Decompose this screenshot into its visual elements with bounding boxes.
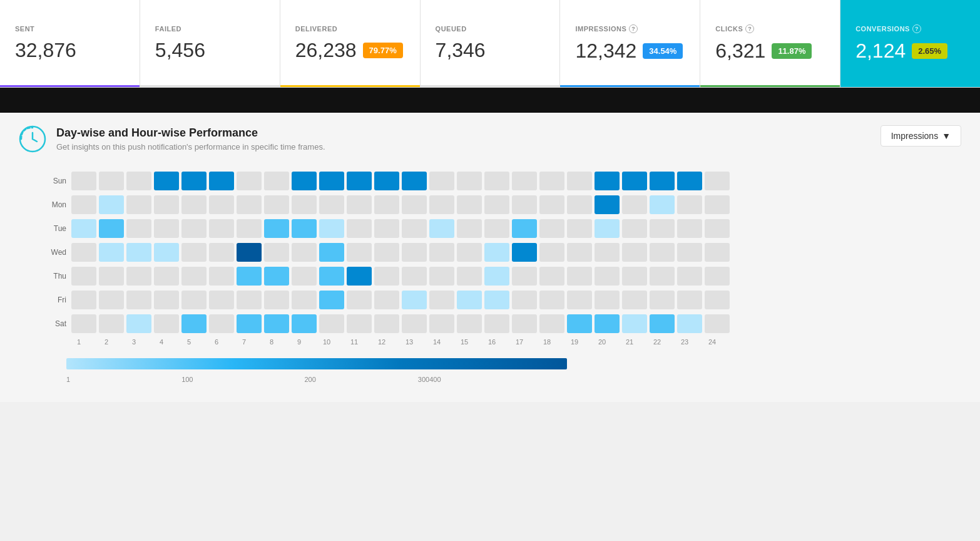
heatmap-cell[interactable]: [209, 195, 234, 214]
heatmap-cell[interactable]: [457, 195, 482, 214]
heatmap-cell[interactable]: [567, 243, 592, 262]
heatmap-cell[interactable]: [126, 219, 151, 238]
heatmap-cell[interactable]: [292, 172, 317, 190]
heatmap-cell[interactable]: [347, 291, 372, 309]
heatmap-cell[interactable]: [677, 314, 702, 333]
heatmap-cell[interactable]: [71, 314, 96, 333]
impressions-help-icon[interactable]: ?: [629, 24, 638, 33]
heatmap-cell[interactable]: [264, 219, 289, 238]
heatmap-cell[interactable]: [237, 243, 262, 262]
heatmap-cell[interactable]: [237, 267, 262, 286]
heatmap-cell[interactable]: [705, 219, 730, 238]
heatmap-cell[interactable]: [622, 314, 647, 333]
heatmap-cell[interactable]: [181, 267, 207, 286]
heatmap-cell[interactable]: [484, 195, 509, 214]
heatmap-cell[interactable]: [650, 195, 675, 214]
heatmap-cell[interactable]: [705, 291, 730, 309]
heatmap-cell[interactable]: [126, 291, 151, 309]
heatmap-cell[interactable]: [99, 267, 124, 286]
heatmap-cell[interactable]: [292, 195, 317, 214]
heatmap-cell[interactable]: [429, 195, 454, 214]
heatmap-cell[interactable]: [347, 243, 372, 262]
heatmap-cell[interactable]: [154, 314, 179, 333]
heatmap-cell[interactable]: [181, 291, 207, 309]
heatmap-cell[interactable]: [677, 243, 702, 262]
heatmap-cell[interactable]: [402, 291, 427, 309]
heatmap-cell[interactable]: [374, 219, 399, 238]
heatmap-cell[interactable]: [319, 267, 344, 286]
heatmap-cell[interactable]: [99, 243, 124, 262]
heatmap-cell[interactable]: [595, 195, 620, 214]
heatmap-cell[interactable]: [539, 219, 564, 238]
conversions-help-icon[interactable]: ?: [912, 24, 921, 33]
clicks-help-icon[interactable]: ?: [745, 24, 754, 33]
heatmap-cell[interactable]: [429, 219, 454, 238]
heatmap-cell[interactable]: [126, 243, 151, 262]
heatmap-cell[interactable]: [484, 243, 509, 262]
heatmap-cell[interactable]: [71, 172, 96, 190]
heatmap-cell[interactable]: [567, 267, 592, 286]
heatmap-cell[interactable]: [429, 291, 454, 309]
heatmap-cell[interactable]: [484, 172, 509, 190]
heatmap-cell[interactable]: [402, 267, 427, 286]
heatmap-cell[interactable]: [154, 291, 179, 309]
heatmap-cell[interactable]: [512, 291, 537, 309]
heatmap-cell[interactable]: [677, 219, 702, 238]
heatmap-cell[interactable]: [567, 219, 592, 238]
heatmap-cell[interactable]: [705, 314, 730, 333]
heatmap-cell[interactable]: [595, 314, 620, 333]
heatmap-cell[interactable]: [154, 267, 179, 286]
heatmap-cell[interactable]: [539, 267, 564, 286]
heatmap-cell[interactable]: [292, 291, 317, 309]
heatmap-cell[interactable]: [71, 219, 96, 238]
heatmap-cell[interactable]: [622, 243, 647, 262]
heatmap-cell[interactable]: [154, 172, 179, 190]
heatmap-cell[interactable]: [71, 195, 96, 214]
heatmap-cell[interactable]: [650, 219, 675, 238]
heatmap-cell[interactable]: [374, 267, 399, 286]
heatmap-cell[interactable]: [347, 172, 372, 190]
heatmap-cell[interactable]: [374, 314, 399, 333]
heatmap-cell[interactable]: [347, 219, 372, 238]
heatmap-cell[interactable]: [71, 243, 96, 262]
heatmap-cell[interactable]: [292, 243, 317, 262]
heatmap-cell[interactable]: [209, 314, 234, 333]
heatmap-cell[interactable]: [264, 195, 289, 214]
heatmap-cell[interactable]: [539, 314, 564, 333]
heatmap-cell[interactable]: [319, 291, 344, 309]
heatmap-cell[interactable]: [402, 172, 427, 190]
heatmap-cell[interactable]: [595, 219, 620, 238]
heatmap-cell[interactable]: [402, 314, 427, 333]
heatmap-cell[interactable]: [264, 291, 289, 309]
heatmap-cell[interactable]: [402, 243, 427, 262]
heatmap-cell[interactable]: [402, 219, 427, 238]
heatmap-cell[interactable]: [181, 172, 207, 190]
heatmap-cell[interactable]: [181, 243, 207, 262]
heatmap-cell[interactable]: [539, 172, 564, 190]
heatmap-cell[interactable]: [402, 195, 427, 214]
heatmap-cell[interactable]: [567, 195, 592, 214]
heatmap-cell[interactable]: [650, 172, 675, 190]
heatmap-cell[interactable]: [374, 195, 399, 214]
heatmap-cell[interactable]: [319, 314, 344, 333]
heatmap-cell[interactable]: [650, 314, 675, 333]
heatmap-cell[interactable]: [595, 243, 620, 262]
heatmap-cell[interactable]: [650, 267, 675, 286]
heatmap-cell[interactable]: [677, 291, 702, 309]
heatmap-cell[interactable]: [567, 314, 592, 333]
heatmap-cell[interactable]: [484, 314, 509, 333]
heatmap-cell[interactable]: [567, 291, 592, 309]
heatmap-cell[interactable]: [99, 195, 124, 214]
heatmap-cell[interactable]: [705, 243, 730, 262]
heatmap-cell[interactable]: [292, 267, 317, 286]
heatmap-cell[interactable]: [126, 314, 151, 333]
heatmap-cell[interactable]: [99, 172, 124, 190]
heatmap-cell[interactable]: [512, 219, 537, 238]
heatmap-cell[interactable]: [677, 267, 702, 286]
heatmap-cell[interactable]: [71, 291, 96, 309]
heatmap-cell[interactable]: [237, 172, 262, 190]
heatmap-cell[interactable]: [512, 195, 537, 214]
heatmap-cell[interactable]: [71, 267, 96, 286]
heatmap-cell[interactable]: [457, 219, 482, 238]
heatmap-cell[interactable]: [512, 243, 537, 262]
